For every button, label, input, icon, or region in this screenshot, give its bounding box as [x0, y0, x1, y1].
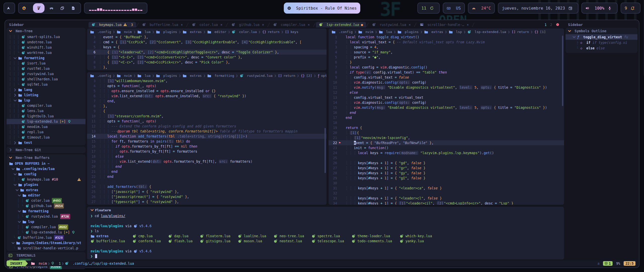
chevron-down-icon[interactable]: [17, 209, 21, 213]
buffer-github.lua[interactable]: │ └ github.lua#654: [7, 203, 86, 209]
close-icon[interactable]: ×: [409, 23, 411, 27]
file-timeout.lua[interactable]: │ │ └ timeout.lua: [7, 135, 86, 140]
breadcrumb-item[interactable]: [] return: [512, 30, 529, 34]
buffer-compiler.lua[interactable]: │ │ compiler.lua#682: [7, 224, 86, 230]
chevron-down-icon[interactable]: [11, 241, 15, 245]
music-widget[interactable]: Spiritbox - Rule Of Nines: [284, 3, 360, 14]
code-line-27[interactable]: 27│ │ │ keys[#keys + 1] = { "gr", false …: [329, 165, 564, 171]
breadcrumb-item[interactable]: lua: [379, 30, 392, 34]
updates-widget[interactable]: 11: [417, 3, 439, 14]
code-line-9[interactable]: 9│ {: [87, 109, 327, 114]
code-line-23[interactable]: 23│ │ init = function(): [329, 145, 564, 150]
gamepad-icon[interactable]: [50, 6, 54, 10]
breadcrumb-item[interactable]: extras: [183, 30, 202, 34]
code-line-33[interactable]: 33│ │ │ keys[#keys + 1] = { "<leader>cl"…: [329, 196, 564, 201]
firefox-icon[interactable]: [22, 6, 26, 10]
code-line-6[interactable]: 6│ }: [329, 60, 564, 65]
breadcrumb-item[interactable]: .config: [90, 30, 111, 34]
breadcrumb-item[interactable]: formatting: [207, 74, 234, 78]
close-icon[interactable]: ×: [181, 23, 183, 27]
file-lightbulb.lua[interactable]: │ │ │ lightbulb.lua: [7, 114, 86, 119]
chevron-right-icon[interactable]: [13, 93, 17, 97]
code-line-6[interactable]: 6│ │ { [1]"<leader>uC", [2]"<cmd>CccHigh…: [87, 50, 327, 55]
file-repl.lua[interactable]: │ │ │ repl.lua: [7, 129, 86, 135]
code-line-3[interactable]: 3│ │ [1]"williamboman/mason.nvim",: [87, 78, 327, 83]
file-winshift.lua[interactable]: │ │ │ winshift.lua: [7, 45, 86, 50]
close-icon[interactable]: ×: [467, 23, 469, 27]
tab-github.lua[interactable]: github.lua×: [228, 22, 267, 27]
tab-rustywind.lua[interactable]: rustywind.lua×: [369, 22, 414, 27]
floaterm-pane[interactable]: Floaterm ❯ cd lua/plugins/nvim/lua/plugi…: [87, 207, 564, 259]
code-line-24[interactable]: 24│ │ add_formatters(tbl: {: [87, 184, 327, 189]
code-line-19[interactable]: 19│ │ │ │ │ vim.list_extend(dst: opts.fo…: [87, 159, 327, 164]
code-line-2[interactable]: 2│ local virtual_text = { -- Default vir…: [329, 40, 564, 45]
file-lang[interactable]: │ lang: [7, 87, 86, 92]
code-line-15[interactable]: 15│ │ vim.notify(msg: "Enabled diagnosti…: [329, 105, 564, 110]
code-line-16[interactable]: 16│ end: [329, 110, 564, 115]
breadcrumb-item[interactable]: plugins: [156, 74, 177, 78]
code-line-12[interactable]: 12│ │ │ --- Extend the conform plugin co…: [87, 124, 327, 129]
buffer-config[interactable]: config: [7, 172, 86, 177]
buffer-open-buffers-in--[interactable]: OPEN BUFFERS in ~: [7, 161, 86, 166]
file-undotree.lua[interactable]: │ │ │ undotree.lua: [7, 40, 86, 45]
breadcrumb-item[interactable]: [] return: [278, 74, 295, 78]
code-line-8[interactable]: 8│ },: [87, 104, 327, 109]
code-line-21[interactable]: 21│ │ [1]"neovim/nvim-lspconfig",: [329, 135, 564, 140]
breadcrumb-item[interactable]: editor: [207, 30, 226, 34]
code-line-9[interactable]: 9│ │ config.virtual_text = false: [329, 75, 564, 80]
code-line-20[interactable]: 20│ [1]{: [329, 130, 564, 135]
windows-copy-icon[interactable]: [60, 6, 64, 10]
weather-widget[interactable]: 24°C: [468, 3, 495, 14]
code-line-16[interactable]: 16│ │ │ │ if opts.formatters_by_ft[ft] =…: [87, 144, 327, 149]
code-line-1[interactable]: 1local function toggle_diag_virtext(): [329, 35, 564, 40]
breadcrumb-item[interactable]: nvim: [358, 30, 373, 34]
file-neodim.lua[interactable]: │ │ │ neodim.lua: [7, 124, 86, 129]
neovim-app-button[interactable]: V: [33, 3, 45, 13]
keyboard-layout-widget[interactable]: US: [443, 3, 465, 14]
close-icon[interactable]: ×: [220, 23, 222, 27]
buffer-color.lua[interactable]: │ │ color.lua#493: [7, 198, 86, 203]
breadcrumb-item[interactable]: rustywind.lua: [240, 74, 273, 78]
editor-pane-color[interactable]: .config❯nvim❯lua❯plugins❯extras❯editor❯c…: [87, 28, 327, 70]
buffer-lsp[interactable]: lsp: [7, 219, 86, 224]
code-line-26[interactable]: 26│ │ │ keys[#keys + 1] = { "gd", false …: [329, 160, 564, 165]
buffer-scrollbar-handle-vertical.p[interactable]: └ scrollbar-handle-vertical.p: [7, 246, 86, 251]
buffer-editor[interactable]: editor: [7, 193, 86, 198]
code-line-5[interactable]: 5│ keys = {: [87, 45, 327, 50]
notifications-widget[interactable]: 9: [621, 3, 640, 14]
breadcrumb-item[interactable]: extras: [424, 30, 443, 34]
code-line-5[interactable]: 5│ │ │ opts.ensure_installed = opts.ensu…: [87, 88, 327, 93]
buffer-keymaps.lua[interactable]: │ └ keymaps.lua#10: [7, 177, 86, 182]
code-line-22[interactable]: 22│ │ end: [87, 174, 327, 179]
chevron-down-icon[interactable]: [13, 172, 17, 176]
code-line-15[interactable]: 15│ │ │ for ft, formatters in pairs(t: t…: [87, 139, 327, 144]
code-line-13[interactable]: 13│ │ │ ---@param tbl table<string, conf…: [87, 129, 327, 134]
chevron-down-icon[interactable]: [572, 35, 576, 39]
tab-lsp-extended.lua[interactable]: lsp-extended.lua●: [316, 22, 366, 27]
breadcrumb-item[interactable]: lua: [137, 74, 150, 78]
code-line-7[interactable]: 7│ local config = vim.diagnostic.config(…: [329, 65, 564, 70]
code-line-21[interactable]: 21│ │ │ end: [87, 169, 327, 174]
file-lens.lua[interactable]: │ │ │ lens.lua: [7, 108, 86, 114]
file-lsp-extended.lu[interactable]: │ │ │ lsp-extended.lu[+]: [7, 119, 86, 124]
buffer-juegos-indies-steamlibrary-st[interactable]: Juegos/Indies/SteamLibrary/st: [7, 240, 86, 246]
section-neo-tree-buffers[interactable]: Neo-Tree Buffers: [7, 154, 86, 161]
code-line-32[interactable]: 32: [329, 191, 564, 196]
file-worktree.lua[interactable]: │ │ └ worktree.lua: [7, 50, 86, 55]
file-rustywind.lua[interactable]: │ │ │ rustywind.lua: [7, 71, 86, 77]
chevron-down-icon[interactable]: [11, 167, 15, 171]
breadcrumb-item[interactable]: lua: [137, 30, 150, 34]
code-line-20[interactable]: 20│ │ │ │ end: [87, 164, 327, 169]
code-line-25[interactable]: 25: [329, 155, 564, 160]
code-line-7[interactable]: 7│ │ end,: [87, 98, 327, 104]
buffer-plugins[interactable]: plugins: [7, 182, 86, 187]
chevron-down-icon[interactable]: [17, 193, 21, 197]
breadcrumb-item[interactable]: .config: [90, 74, 111, 78]
breadcrumb-item[interactable]: nvim: [117, 74, 132, 78]
buffer-rustywind.lua[interactable]: │ └ rustywind.lua#726: [7, 214, 86, 219]
code-line-27[interactable]: 27│ │ │ ["typescript"] = { "rustywind" }…: [87, 199, 327, 204]
code-line-17[interactable]: 17end: [329, 115, 564, 120]
symbol-toggle_diag_virtext[interactable]: ƒtoggle_diag_virtextfu: [566, 34, 637, 40]
volume-widget[interactable]: 100%: [581, 3, 618, 14]
document-icon[interactable]: [71, 6, 75, 10]
